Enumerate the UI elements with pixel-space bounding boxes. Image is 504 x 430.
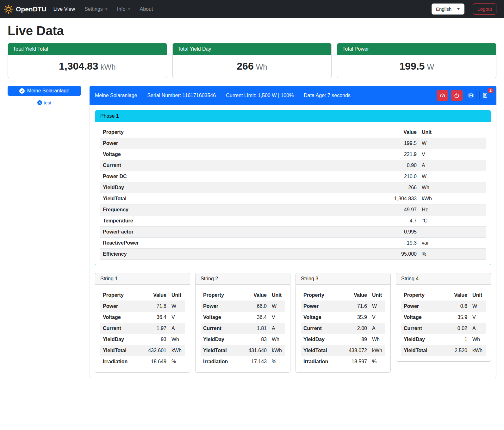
value-cell: 71.8 xyxy=(139,301,169,312)
value-cell: 438.072 xyxy=(339,345,370,356)
inverter-sidebar: Meine Solaranlage test xyxy=(8,86,81,105)
unit-cell xyxy=(419,227,486,238)
inverter-name: Meine Solaranlage xyxy=(95,93,137,98)
value-cell: 431.640 xyxy=(239,345,269,356)
unit-cell: V xyxy=(269,312,285,323)
string-card-body: Property Value Unit Power66.0WVoltage36.… xyxy=(196,285,290,372)
table-row: Efficiency95.000% xyxy=(100,249,486,260)
unit-cell: A xyxy=(169,323,185,334)
value-cell: 83 xyxy=(239,334,269,345)
value-cell: 4.7 xyxy=(291,215,419,227)
brand-label: OpenDTU xyxy=(16,5,47,13)
table-row: Power71.6W xyxy=(301,301,385,312)
value-cell: 66.0 xyxy=(239,301,269,312)
unit-cell: Wh xyxy=(419,182,486,193)
unit-cell: Wh xyxy=(169,334,185,345)
language-select[interactable]: English xyxy=(432,3,464,15)
device-info-button[interactable] xyxy=(465,90,477,101)
string-card-body: Property Value Unit Power71.8WVoltage36.… xyxy=(95,285,190,372)
event-log-button[interactable]: 2 xyxy=(479,90,491,101)
nav-live-view[interactable]: Live View xyxy=(51,4,78,15)
inverter-panel-header: Meine Solaranlage Serial Number: 1161716… xyxy=(90,86,496,105)
inverter-panel: Meine Solaranlage Serial Number: 1161716… xyxy=(90,86,496,378)
string-3-table: Property Value Unit Power71.6WVoltage35.… xyxy=(301,290,385,367)
unit-cell: Wh xyxy=(470,334,486,345)
column-header-property: Property xyxy=(100,127,291,138)
brand[interactable]: OpenDTU xyxy=(4,4,47,14)
unit-cell: V xyxy=(169,312,185,323)
property-cell: Voltage xyxy=(301,312,339,323)
card-title: Total Power xyxy=(337,43,496,55)
phase-card-body: Property Value Unit Power199.5WVoltage22… xyxy=(95,122,491,265)
inverter-link-test[interactable]: test xyxy=(8,100,81,105)
value-cell: 19.3 xyxy=(291,238,419,249)
unit-cell: % xyxy=(169,356,185,367)
table-header-row: Property Value Unit xyxy=(301,290,385,301)
unit-cell: kWh xyxy=(419,193,486,204)
value-cell: 0.02 xyxy=(443,323,470,334)
string-card-body: Property Value Unit Power71.6WVoltage35.… xyxy=(296,285,390,372)
value-cell: 1.97 xyxy=(139,323,169,334)
value-cell: 0.6 xyxy=(443,301,470,312)
property-cell: Power xyxy=(401,301,443,312)
string-2-card: String 2 Property Value Unit xyxy=(195,273,290,373)
limit-settings-button[interactable] xyxy=(437,90,448,101)
table-row: YieldTotal1,304.833kWh xyxy=(100,193,486,204)
property-cell: YieldDay xyxy=(301,334,339,345)
table-row: ReactivePower19.3var xyxy=(100,238,486,249)
table-row: Voltage35.9V xyxy=(401,312,486,323)
table-row: YieldDay83Wh xyxy=(201,334,285,345)
unit-cell: V xyxy=(419,149,486,160)
property-cell: Current xyxy=(201,323,239,334)
table-row: YieldDay266Wh xyxy=(100,182,486,193)
string-card-title: String 4 xyxy=(396,273,491,285)
string-2-table: Property Value Unit Power66.0WVoltage36.… xyxy=(201,290,285,367)
column-header-unit: Unit xyxy=(169,290,185,301)
table-header-row: Property Value Unit xyxy=(201,290,285,301)
value-cell: 0.90 xyxy=(291,160,419,171)
unit-cell: W xyxy=(269,301,285,312)
summary-cards-row: Total Yield Total 1,304.83kWh Total Yiel… xyxy=(8,43,496,78)
nav-info[interactable]: Info xyxy=(115,4,133,15)
unit-cell: W xyxy=(169,301,185,312)
check-circle-icon xyxy=(19,88,25,94)
sun-logo-icon xyxy=(4,4,13,14)
value-cell: 266 xyxy=(291,182,419,193)
inverter-section: Meine Solaranlage test Meine Solaranlage… xyxy=(8,86,496,387)
inverter-select-button[interactable]: Meine Solaranlage xyxy=(8,86,81,96)
property-cell: YieldTotal xyxy=(401,345,443,356)
nav-settings[interactable]: Settings xyxy=(82,4,110,15)
table-row: YieldTotal432.601kWh xyxy=(100,345,185,356)
column-header-value: Value xyxy=(339,290,370,301)
power-icon xyxy=(454,92,460,98)
table-row: Temperature4.7°C xyxy=(100,215,486,227)
table-header-row: Property Value Unit xyxy=(100,290,185,301)
unit-cell: V xyxy=(370,312,385,323)
property-cell: Power xyxy=(100,301,139,312)
card-body: 199.5W xyxy=(337,55,496,78)
journal-icon xyxy=(482,92,488,98)
chevron-down-icon xyxy=(457,8,460,10)
value-cell: 17.143 xyxy=(239,356,269,367)
nav-settings-label: Settings xyxy=(84,6,103,12)
unit-cell: W xyxy=(419,171,486,182)
column-header-value: Value xyxy=(239,290,269,301)
value-cell: 1 xyxy=(443,334,470,345)
page-title: Live Data xyxy=(8,24,496,38)
property-cell: Current xyxy=(301,323,339,334)
property-cell: Irradiation xyxy=(301,356,339,367)
table-row: Voltage35.9V xyxy=(301,312,385,323)
power-toggle-button[interactable] xyxy=(451,90,463,101)
property-cell: PowerFactor xyxy=(100,227,291,238)
value-cell: 36.4 xyxy=(239,312,269,323)
unit-cell: A xyxy=(269,323,285,334)
inverter-actions: 2 xyxy=(437,90,491,101)
card-body: 266Wh xyxy=(173,55,332,78)
table-row: Current0.90A xyxy=(100,160,486,171)
table-row: Current0.02A xyxy=(401,323,486,334)
string-4-card: String 4 Property Value Unit xyxy=(396,273,491,362)
nav-about[interactable]: About xyxy=(137,4,156,15)
string-card-title: String 1 xyxy=(95,273,190,285)
logout-button[interactable]: Logout xyxy=(473,3,496,15)
unit-cell: % xyxy=(370,356,385,367)
